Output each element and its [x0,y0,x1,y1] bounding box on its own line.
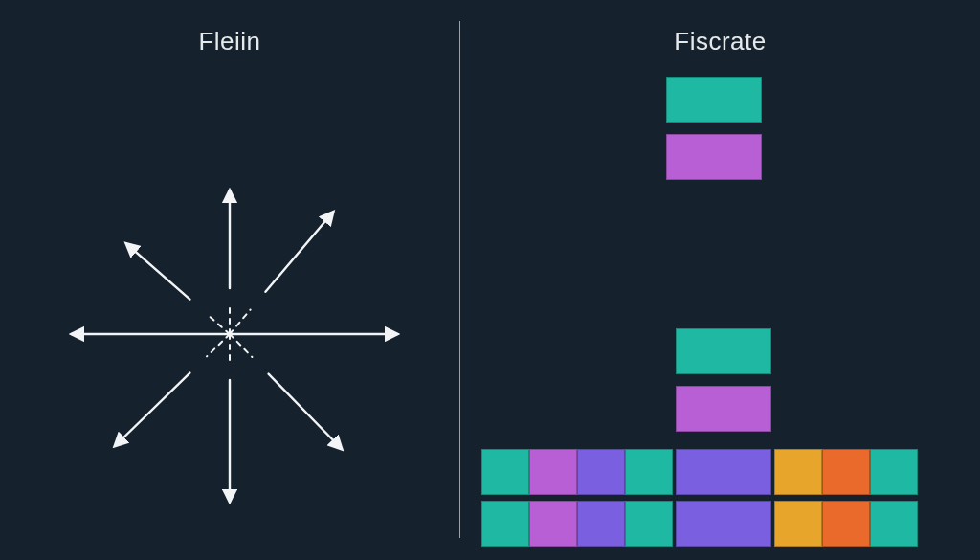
block-magenta [529,501,577,547]
star-arrows-diagram [48,133,412,516]
block-teal [870,449,918,495]
block-magenta [529,449,577,495]
svg-line-5 [230,334,252,357]
svg-line-3 [265,213,333,292]
svg-line-9 [207,334,230,356]
block-amber [774,501,822,547]
svg-line-13 [126,244,189,300]
svg-line-2 [230,310,251,335]
title-right: Fiscrate [460,0,980,56]
block-magenta [676,386,771,432]
block-purple [577,449,625,495]
panel-fiscrate: Fiscrate [460,0,980,560]
block-purple [577,501,625,547]
svg-line-10 [115,373,189,446]
svg-line-12 [207,314,230,334]
block-teal [870,501,918,547]
block-magenta [666,134,762,180]
panel-fleiin: Fleiin [0,0,459,560]
title-left: Fleiin [0,0,459,56]
block-orange [822,501,870,547]
block-amber [774,449,822,495]
block-purple [676,449,771,495]
block-teal [481,449,529,495]
block-orange [822,449,870,495]
block-purple [676,501,771,547]
block-teal [676,328,771,374]
svg-line-6 [269,374,342,449]
block-teal [625,501,673,547]
block-teal [666,77,762,123]
block-teal [625,449,673,495]
blocks-diagram [460,67,961,550]
block-teal [481,501,529,547]
